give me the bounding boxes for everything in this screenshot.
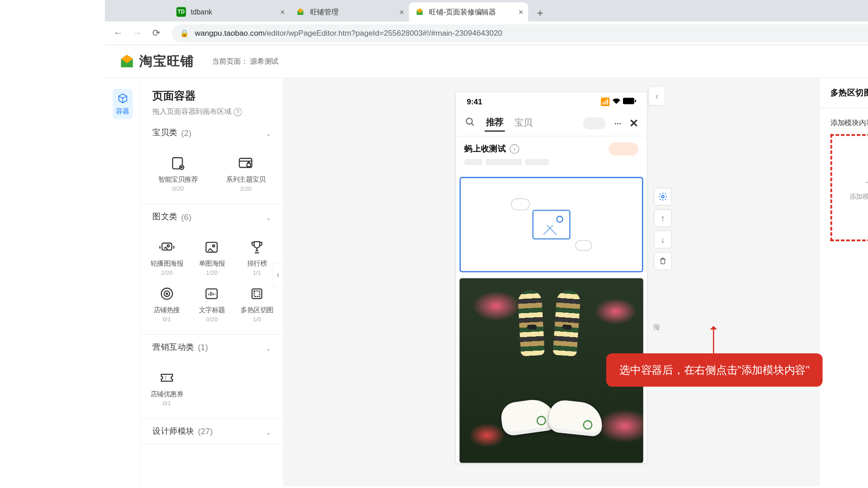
close-icon[interactable]: × [280,7,285,17]
collapse-left-panel[interactable]: ‹ [273,263,283,287]
svg-rect-10 [247,163,251,167]
chevron-down-icon: ⌃ [266,213,271,221]
hotarea-icon [249,286,265,302]
svg-rect-22 [635,99,636,102]
current-page-info: 当前页面： 源希测试 [212,56,278,66]
cloud-decoration [511,198,530,210]
signal-icon: 📶 [600,97,610,106]
tab-title: tdbank [191,8,212,16]
svg-point-12 [167,245,170,247]
chevron-down-icon: ⌃ [266,427,271,435]
svg-point-14 [213,245,215,247]
module-theme-product[interactable]: 系列主题宝贝 2/20 [212,150,280,197]
panel-title: 页面容器 [152,89,271,103]
delete-button[interactable] [654,252,672,270]
forward-button[interactable]: → [127,23,146,42]
tab-title: 旺铺-页面装修编辑器 [429,7,496,17]
trophy-icon [249,239,265,256]
svg-rect-19 [252,289,262,299]
category-header[interactable]: 图文类 (6) ⌃ [141,204,283,229]
trash-icon [659,257,667,265]
shop-name: 蚂上收测试 [464,144,506,155]
chevron-down-icon: ⌃ [266,129,271,136]
logo-icon [119,54,135,69]
svg-point-17 [166,293,167,295]
collapse-right-panel[interactable]: ‹ [649,86,665,105]
side-rail: 容器 [105,78,141,486]
shop-header: 蚂上收测试 › [456,136,647,159]
tab-title: 旺铺管理 [310,7,339,17]
back-button[interactable]: ← [108,23,127,42]
logo[interactable]: 淘宝旺铺 [119,52,194,70]
module-toolbar: ↑ ↓ [654,188,672,270]
module-smart-recommend[interactable]: 智能宝贝推荐 0/20 [144,150,212,197]
close-icon[interactable]: × [399,7,404,17]
module-carousel-poster[interactable]: 轮播图海报 2/20 [144,234,189,281]
canvas: 9:41 📶 推荐 宝贝 ··· ✕ 蚂上收测试 [284,78,819,486]
td-favicon: TD [176,7,186,17]
svg-rect-20 [254,291,259,296]
module-multi-hotarea[interactable]: 多热区切图 1/5 [235,281,280,327]
category-designer: 设计师模块 (27) ⌃ [141,419,283,445]
chevron-right-icon[interactable]: › [509,144,519,154]
phone-time: 9:41 [467,97,482,106]
app-header: 淘宝旺铺 当前页面： 源希测试 预览 发布 [105,45,868,78]
coupon-icon [158,370,175,386]
svg-rect-21 [623,98,634,104]
category-marketing: 营销互动类 (1) ⌃ 店铺优惠券 0/1 [141,335,283,419]
carousel-icon [158,239,175,256]
shop-placeholder-row [456,159,647,171]
module-hot-search[interactable]: 店铺热搜 0/1 [144,281,189,327]
audio-lines-icon [203,286,220,302]
card-lock-icon [237,155,254,172]
module-text-title[interactable]: 文字标题 0/20 [189,281,235,327]
category-header[interactable]: 设计师模块 (27) ⌃ [141,419,283,444]
cube-icon [117,92,128,104]
browser-tab-wangpu-manage[interactable]: 旺铺管理 × [290,2,409,21]
follow-button[interactable] [609,142,638,155]
right-panel-title: 多热区切图 [820,78,868,108]
settings-button[interactable] [654,188,672,206]
add-box-text: 添加模块内容 [849,192,868,202]
callout-annotation: 选中容器后，在右侧点击"添加模块内容" [606,353,822,387]
callout-arrow [713,327,714,353]
selected-module-slot[interactable] [460,177,643,272]
phone-tab-recommend[interactable]: 推荐 [485,114,505,131]
category-baobei: 宝贝类 (2) ⌃ 智能宝贝推荐 0/20 系列主题宝贝 2/20 [141,120,283,204]
close-icon[interactable]: ✕ [629,117,638,130]
phone-nav: 推荐 宝贝 ··· ✕ [456,110,647,136]
close-icon[interactable]: × [519,7,524,17]
category-header[interactable]: 营销互动类 (1) ⌃ [141,335,283,360]
category-header[interactable]: 宝贝类 (2) ⌃ [141,120,283,145]
svg-point-23 [467,118,472,124]
new-tab-button[interactable]: + [532,5,548,22]
search-icon[interactable] [464,116,476,130]
category-tuwen: 图文类 (6) ⌃ 轮播图海报 2/20 单图海报 1/20 排行榜 [141,204,283,335]
wangpu-favicon [296,7,305,17]
address-bar[interactable]: 🔒 wangpu.taobao.com/editor/wpPageEditor.… [172,24,868,42]
module-coupon[interactable]: 店铺优惠券 0/1 [144,365,189,411]
browser-tab-tdbank[interactable]: TD tdbank × [170,2,290,21]
card-heart-icon [170,155,186,172]
image-icon [203,239,220,256]
module-single-poster[interactable]: 单图海报 1/20 [189,234,235,281]
left-panel: 页面容器 拖入页面容器到画布区域 ? 宝贝类 (2) ⌃ 智能宝贝推荐 0/20 [141,78,283,486]
move-down-button[interactable]: ↓ [654,230,672,249]
panel-subtitle: 拖入页面容器到画布区域 ? [152,107,271,117]
add-module-content-button[interactable]: ＋ 添加模块内容 [830,134,868,241]
url-path: /editor/wpPageEditor.htm?pageId=25562800… [265,28,503,38]
move-up-button[interactable]: ↑ [654,209,672,227]
battery-icon [623,97,636,106]
phone-status-bar: 9:41 📶 [456,92,647,110]
reload-button[interactable]: ⟳ [146,23,165,42]
help-icon[interactable]: ? [234,108,242,116]
browser-tab-editor[interactable]: 旺铺-页面装修编辑器 × [409,2,528,21]
chevron-down-icon: ⌃ [266,343,271,351]
rail-label: 容器 [116,107,129,116]
more-icon[interactable]: ··· [614,117,621,129]
lock-icon: 🔒 [180,29,189,37]
browser-toolbar: ← → ⟳ 🔒 wangpu.taobao.com/editor/wpPageE… [105,21,868,45]
rail-container-tab[interactable]: 容器 [112,89,132,119]
phone-tab-product[interactable]: 宝贝 [513,115,533,131]
wangpu-favicon [415,7,425,17]
